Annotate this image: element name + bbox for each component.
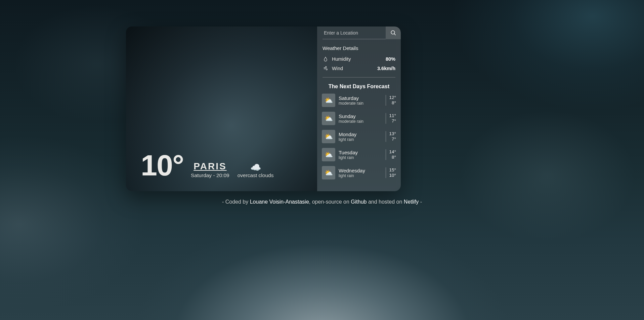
forecast-day: Wednesday <box>339 168 365 173</box>
main-panel: 10° PARIS Saturday - 20:09 ☁️ overcast c… <box>126 26 317 191</box>
github-link[interactable]: Github <box>351 199 367 205</box>
footer-text: and hosted on <box>367 199 403 205</box>
forecast-high: 14° <box>389 149 396 155</box>
forecast-low: 10° <box>389 173 396 178</box>
search-icon <box>390 30 396 36</box>
wind-icon <box>323 66 329 71</box>
location-block: PARIS Saturday - 20:09 <box>191 161 229 178</box>
humidity-value: 80% <box>386 56 395 62</box>
svg-line-1 <box>394 34 396 35</box>
wind-label: Wind <box>332 66 343 71</box>
forecast-low: 7° <box>389 118 396 124</box>
city-name: PARIS <box>194 161 227 172</box>
forecast-item: ⛅ Wednesday light rain 15° 10° <box>322 166 396 179</box>
humidity-label: Humidity <box>332 56 351 62</box>
partly-cloudy-icon: ⛅ <box>322 130 335 143</box>
condition-block: ☁️ overcast clouds <box>238 163 274 178</box>
netlify-link[interactable]: Netlify <box>404 199 419 205</box>
divider <box>323 77 395 77</box>
forecast-low: 8° <box>389 155 396 160</box>
forecast-high: 15° <box>389 167 396 173</box>
forecast-low: 7° <box>389 137 396 142</box>
forecast-list: ⛅ Saturday moderate rain 12° 8° ⛅ Sunday… <box>317 94 401 179</box>
forecast-high: 13° <box>389 131 396 137</box>
footer-text: , open-source on <box>309 199 351 205</box>
wind-value: 3.6km/h <box>377 66 395 71</box>
forecast-day: Monday <box>339 131 356 137</box>
forecast-desc: light rain <box>339 155 358 160</box>
author-link[interactable]: Louane Voisin-Anastasie <box>250 199 309 205</box>
forecast-high: 12° <box>389 95 396 100</box>
partly-cloudy-icon: ⛅ <box>322 112 335 125</box>
footer: - Coded by Louane Voisin-Anastasie, open… <box>0 199 644 205</box>
forecast-item: ⛅ Saturday moderate rain 12° 8° <box>322 94 396 107</box>
forecast-title: The Next Days Forecast <box>317 84 401 90</box>
forecast-item: ⛅ Monday light rain 13° 7° <box>322 130 396 143</box>
condition-text: overcast clouds <box>238 172 274 178</box>
forecast-desc: moderate rain <box>339 101 363 106</box>
forecast-day: Tuesday <box>339 150 358 155</box>
partly-cloudy-icon: ⛅ <box>322 148 335 161</box>
search-input[interactable] <box>323 26 386 39</box>
current-temperature: 10° <box>141 152 183 178</box>
weather-details-title: Weather Details <box>323 45 395 51</box>
search-button[interactable] <box>386 26 401 39</box>
forecast-item: ⛅ Tuesday light rain 14° 8° <box>322 148 396 161</box>
humidity-row: Humidity 80% <box>323 56 395 62</box>
forecast-item: ⛅ Sunday moderate rain 11° 7° <box>322 112 396 125</box>
partly-cloudy-icon: ⛅ <box>322 166 335 179</box>
weather-card: 10° PARIS Saturday - 20:09 ☁️ overcast c… <box>126 26 401 191</box>
forecast-day: Saturday <box>339 95 363 101</box>
forecast-high: 11° <box>389 113 396 118</box>
svg-point-0 <box>391 31 395 34</box>
side-panel: Weather Details Humidity 80% Wind 3.6km/… <box>317 26 401 191</box>
forecast-desc: light rain <box>339 173 365 178</box>
current-weather-block: 10° PARIS Saturday - 20:09 ☁️ overcast c… <box>126 152 317 178</box>
wind-row: Wind 3.6km/h <box>323 66 395 71</box>
forecast-low: 8° <box>389 100 396 106</box>
cloud-icon: ☁️ <box>250 163 261 172</box>
forecast-day: Sunday <box>339 113 363 119</box>
footer-text: - Coded by <box>222 199 250 205</box>
partly-cloudy-icon: ⛅ <box>322 94 335 107</box>
current-datetime: Saturday - 20:09 <box>191 172 229 178</box>
forecast-desc: light rain <box>339 137 356 142</box>
forecast-desc: moderate rain <box>339 119 363 124</box>
footer-text: - <box>419 199 422 205</box>
humidity-icon <box>323 57 329 61</box>
